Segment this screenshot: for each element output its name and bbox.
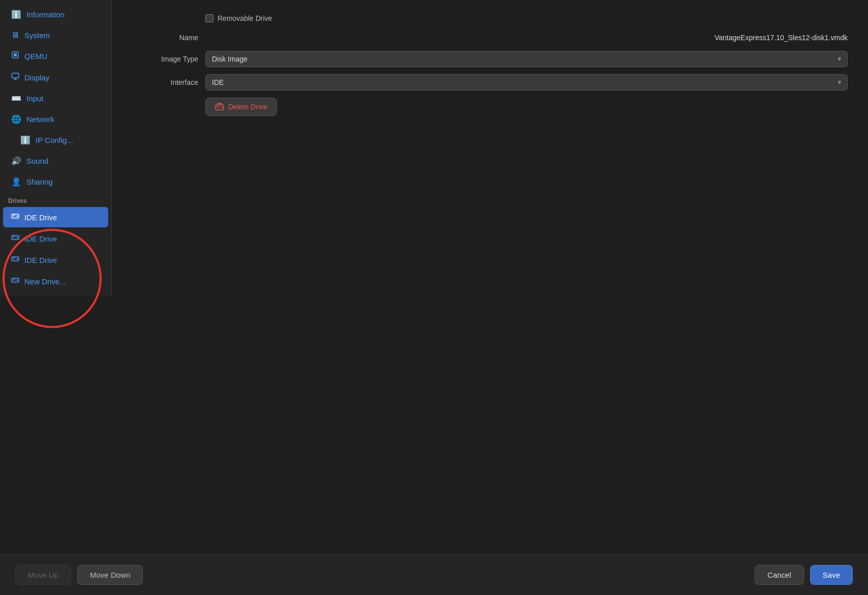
- qemu-icon: [11, 51, 19, 61]
- removable-drive-label[interactable]: Removable Drive: [205, 14, 272, 22]
- sidebar-item-label: IDE Drive: [24, 213, 57, 222]
- name-value: VantageExpress17.10_Sles12-disk1.vmdk: [205, 34, 848, 42]
- sidebar-item-label: Sound: [26, 157, 48, 165]
- move-down-label: Move Down: [90, 571, 130, 579]
- removable-drive-text: Removable Drive: [218, 14, 272, 22]
- system-icon: 🖥: [11, 31, 19, 40]
- interface-row: Interface IDE SATA NVMe USB ▼: [132, 74, 848, 91]
- sidebar-item-ide-drive-1[interactable]: IDE Drive: [3, 207, 108, 227]
- sidebar-item-new-drive[interactable]: New Drive...: [3, 271, 108, 291]
- input-icon: ⌨️: [11, 94, 21, 103]
- sound-icon: 🔊: [11, 156, 21, 166]
- new-drive-icon: [11, 276, 19, 286]
- interface-select[interactable]: IDE SATA NVMe USB: [205, 74, 848, 91]
- sidebar-item-display[interactable]: Display: [3, 67, 108, 87]
- sidebar-item-system[interactable]: 🖥 System: [3, 25, 108, 45]
- svg-rect-2: [12, 73, 19, 78]
- sidebar-item-sound[interactable]: 🔊 Sound: [3, 151, 108, 171]
- sidebar-item-label: QEMU: [24, 52, 47, 61]
- name-row: Name VantageExpress17.10_Sles12-disk1.vm…: [132, 34, 848, 42]
- ide-drive-1-icon: [11, 212, 19, 222]
- save-button[interactable]: Save: [810, 565, 853, 585]
- sidebar-item-label: Network: [26, 115, 54, 124]
- drives-section-label: Drives: [0, 192, 111, 206]
- sidebar: ℹ️ Information 🖥 System QEMU: [0, 0, 112, 296]
- bottom-bar-right: Cancel Save: [755, 565, 853, 585]
- sidebar-item-label: IDE Drive: [24, 234, 57, 243]
- bottom-bar-left: Move Up Move Down: [15, 565, 143, 585]
- sidebar-item-qemu[interactable]: QEMU: [3, 46, 108, 66]
- interface-select-wrapper: IDE SATA NVMe USB ▼: [205, 74, 848, 91]
- delete-drive-icon: [215, 102, 224, 111]
- sidebar-item-ip-config[interactable]: ℹ️ IP Config...: [3, 130, 108, 150]
- removable-drive-checkbox[interactable]: [205, 14, 213, 22]
- delete-drive-label: Delete Drive: [228, 103, 267, 111]
- svg-rect-1: [14, 53, 17, 56]
- information-icon: ℹ️: [11, 10, 21, 19]
- svg-point-18: [17, 280, 18, 281]
- sidebar-item-label: New Drive...: [24, 277, 66, 286]
- sidebar-item-label: IP Config...: [36, 136, 73, 144]
- sidebar-item-sharing[interactable]: 👤 Sharing: [3, 172, 108, 192]
- svg-point-6: [17, 216, 18, 217]
- sidebar-item-input[interactable]: ⌨️ Input: [3, 88, 108, 108]
- cancel-button[interactable]: Cancel: [755, 565, 804, 585]
- cancel-label: Cancel: [767, 571, 791, 579]
- sidebar-item-ide-drive-2[interactable]: IDE Drive: [3, 228, 108, 249]
- ide-drive-2-icon: [11, 233, 19, 244]
- detail-panel: Removable Drive Name VantageExpress17.10…: [112, 0, 868, 554]
- sharing-icon: 👤: [11, 177, 21, 187]
- sidebar-item-label: IDE Drive: [24, 256, 57, 264]
- sidebar-item-information[interactable]: ℹ️ Information: [3, 5, 108, 24]
- delete-drive-button[interactable]: Delete Drive: [205, 98, 277, 116]
- move-down-button[interactable]: Move Down: [77, 565, 143, 585]
- bottom-bar: Move Up Move Down Cancel Save: [0, 554, 868, 595]
- sidebar-item-label: Sharing: [26, 177, 53, 186]
- network-icon: 🌐: [11, 114, 21, 124]
- sidebar-item-ide-drive-3[interactable]: IDE Drive: [3, 250, 108, 270]
- move-up-button[interactable]: Move Up: [15, 565, 71, 585]
- image-type-label: Image Type: [132, 55, 198, 63]
- interface-label: Interface: [132, 78, 198, 86]
- image-type-row: Image Type Disk Image Raw Image ISO ▼: [132, 51, 848, 67]
- sidebar-item-network[interactable]: 🌐 Network: [3, 109, 108, 129]
- save-label: Save: [823, 571, 840, 579]
- svg-point-14: [17, 258, 18, 260]
- sidebar-item-label: Information: [26, 10, 65, 19]
- removable-drive-row: Removable Drive: [132, 14, 848, 22]
- image-type-select-wrapper: Disk Image Raw Image ISO ▼: [205, 51, 848, 67]
- sidebar-item-label: Input: [26, 94, 43, 103]
- image-type-select[interactable]: Disk Image Raw Image ISO: [205, 51, 848, 67]
- ide-drive-3-icon: [11, 255, 19, 265]
- svg-point-10: [17, 237, 18, 239]
- svg-point-22: [222, 107, 223, 108]
- sidebar-item-label: Display: [24, 73, 49, 82]
- ip-config-icon: ℹ️: [20, 135, 30, 145]
- display-icon: [11, 72, 19, 82]
- move-up-label: Move Up: [28, 571, 58, 579]
- name-label: Name: [132, 34, 198, 42]
- sidebar-item-label: System: [24, 31, 50, 40]
